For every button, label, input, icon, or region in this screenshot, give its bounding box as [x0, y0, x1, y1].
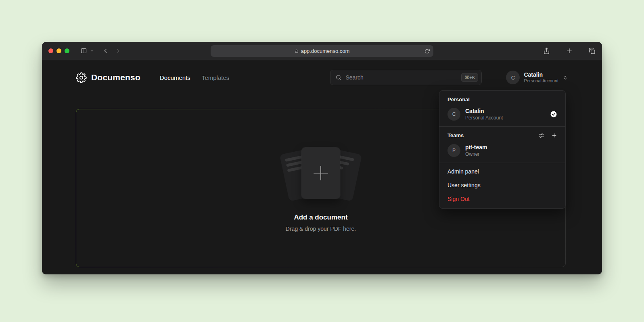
menu-item-admin-panel[interactable]: Admin panel	[439, 165, 565, 178]
app-header: Documenso Documents Templates ⌘+K C Cata…	[76, 69, 568, 86]
app-page: Documenso Documents Templates ⌘+K C Cata…	[42, 60, 602, 274]
team-item[interactable]: P pit-team Owner	[439, 141, 565, 162]
account-subtitle: Personal Account	[524, 78, 558, 84]
account-menu-button[interactable]: C Catalin Personal Account	[506, 71, 568, 84]
teams-heading-label: Teams	[447, 132, 464, 138]
account-name: Catalin	[524, 71, 558, 78]
sidebar-chevron-down-icon[interactable]	[90, 49, 94, 53]
search-box[interactable]: ⌘+K	[330, 70, 482, 85]
account-avatar: C	[506, 71, 520, 84]
brand-name: Documenso	[91, 73, 140, 82]
nav-templates[interactable]: Templates	[202, 74, 229, 81]
nav-documents[interactable]: Documents	[160, 74, 190, 81]
account-dropdown-menu: Personal C Catalin Personal Account Team…	[439, 90, 566, 209]
search-input[interactable]	[345, 74, 458, 81]
search-shortcut-badge: ⌘+K	[461, 73, 478, 82]
team-avatar: P	[447, 144, 460, 157]
lock-icon	[295, 49, 299, 54]
team-name: pit-team	[465, 144, 487, 151]
add-document-plus-icon	[314, 166, 328, 180]
menu-item-user-settings[interactable]: User settings	[439, 178, 565, 192]
personal-account-subtitle: Personal Account	[465, 115, 503, 121]
menu-divider	[439, 126, 565, 127]
menu-item-sign-out[interactable]: Sign Out	[439, 192, 565, 206]
main-nav: Documents Templates	[160, 74, 229, 81]
tab-overview-icon[interactable]	[589, 47, 596, 54]
zoom-window-button[interactable]	[65, 48, 69, 53]
browser-toolbar: app.documenso.com	[42, 42, 602, 60]
dropzone-subtitle: Drag & drop your PDF here.	[286, 226, 356, 232]
url-text: app.documenso.com	[301, 48, 350, 54]
sidebar-toggle-icon[interactable]	[80, 48, 88, 54]
share-icon[interactable]	[543, 47, 550, 54]
documenso-logo-icon	[76, 72, 87, 83]
chevrons-up-down-icon	[562, 75, 568, 81]
new-tab-icon[interactable]	[566, 47, 573, 54]
team-role: Owner	[465, 151, 487, 157]
refresh-icon[interactable]	[424, 48, 430, 54]
documents-illustration	[278, 146, 363, 201]
address-bar[interactable]: app.documenso.com	[211, 45, 433, 57]
browser-window: app.documenso.com Documenso	[42, 42, 602, 274]
manage-teams-icon[interactable]	[538, 132, 545, 139]
personal-heading-label: Personal	[447, 96, 470, 102]
personal-account-item[interactable]: C Catalin Personal Account	[439, 105, 565, 125]
teams-section-heading: Teams	[439, 128, 565, 141]
document-card-front	[301, 147, 340, 199]
personal-account-name: Catalin	[465, 108, 503, 115]
personal-account-avatar: C	[447, 108, 460, 121]
selected-check-icon	[550, 111, 557, 118]
brand-logo[interactable]: Documenso	[76, 72, 140, 83]
window-controls	[48, 48, 69, 53]
close-window-button[interactable]	[48, 48, 53, 53]
back-button[interactable]	[103, 48, 109, 54]
search-icon	[335, 74, 342, 81]
minimize-window-button[interactable]	[56, 48, 61, 53]
create-team-plus-icon[interactable]	[551, 132, 557, 139]
personal-section-heading: Personal	[439, 92, 565, 105]
menu-divider	[439, 163, 565, 163]
dropzone-title: Add a document	[294, 213, 347, 222]
toolbar-right-actions	[543, 47, 596, 54]
forward-button[interactable]	[115, 48, 121, 54]
